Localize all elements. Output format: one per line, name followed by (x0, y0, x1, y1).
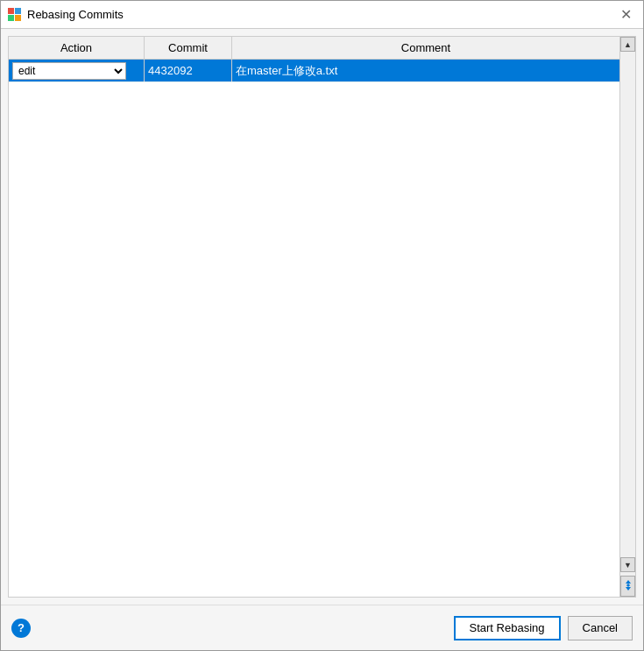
help-button[interactable]: ? (11, 619, 31, 638)
svg-rect-0 (8, 8, 14, 14)
action-cell: edit reword squash fixup drop (9, 60, 145, 81)
reorder-button[interactable] (620, 576, 635, 597)
table-row[interactable]: edit reword squash fixup drop 4432092 在m… (9, 60, 619, 82)
svg-rect-3 (15, 15, 21, 21)
rebasing-commits-window: Rebasing Commits ✕ Action Commit Comment (0, 0, 644, 651)
column-header-comment: Comment (232, 37, 619, 59)
start-rebasing-button[interactable]: Start Rebasing (454, 616, 561, 640)
scrollbar: ▲ ▼ (619, 37, 635, 597)
column-header-commit: Commit (145, 37, 232, 59)
footer-buttons: Start Rebasing Cancel (454, 616, 633, 640)
table-main: Action Commit Comment edit reword squash (9, 37, 619, 597)
footer: ? Start Rebasing Cancel (1, 605, 643, 650)
app-icon (8, 8, 22, 22)
svg-rect-6 (626, 583, 629, 586)
column-header-action: Action (9, 37, 145, 59)
title-bar: Rebasing Commits ✕ (1, 1, 643, 29)
window-title: Rebasing Commits (27, 8, 124, 21)
commits-table-container: Action Commit Comment edit reword squash (8, 36, 636, 598)
content-area: Action Commit Comment edit reword squash (1, 29, 643, 605)
scroll-down-button[interactable]: ▼ (620, 557, 635, 572)
scroll-track (620, 52, 635, 557)
svg-rect-1 (15, 8, 21, 14)
svg-rect-2 (8, 15, 14, 21)
comment-cell: 在master上修改a.txt (232, 60, 619, 81)
table-header: Action Commit Comment (9, 37, 619, 60)
close-button[interactable]: ✕ (615, 4, 636, 25)
cancel-button[interactable]: Cancel (568, 616, 633, 640)
svg-marker-4 (626, 580, 631, 584)
scroll-up-button[interactable]: ▲ (620, 37, 635, 52)
reorder-icon (622, 579, 634, 594)
svg-marker-5 (626, 587, 631, 591)
commit-cell: 4432092 (145, 60, 232, 81)
action-select[interactable]: edit reword squash fixup drop (12, 62, 126, 80)
table-body: edit reword squash fixup drop 4432092 在m… (9, 60, 619, 597)
